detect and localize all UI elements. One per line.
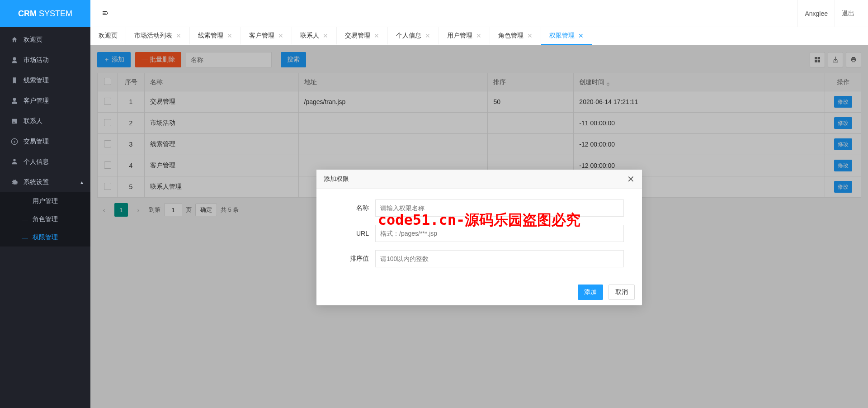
sidebar-sub-label: 用户管理 xyxy=(33,197,58,205)
close-icon[interactable]: ✕ xyxy=(278,32,283,39)
sidebar-item-label: 欢迎页 xyxy=(24,36,42,44)
tab-label: 角色管理 xyxy=(498,32,524,40)
clue-icon xyxy=(9,77,20,84)
home-icon xyxy=(9,36,20,43)
sidebar-item-user[interactable]: 客户管理 xyxy=(0,90,90,111)
field-url-input[interactable] xyxy=(375,225,624,242)
sidebar-sub-item[interactable]: —权限管理 xyxy=(0,228,90,247)
sidebar-sub-label: 权限管理 xyxy=(33,233,58,242)
tab[interactable]: 角色管理✕ xyxy=(490,27,541,45)
sidebar-item-deal[interactable]: ¥交易管理 xyxy=(0,131,90,152)
sidebar: CRM SYSTEM 欢迎页市场活动线索管理客户管理联系人¥交易管理个人信息系统… xyxy=(0,0,90,408)
tab[interactable]: 客户管理✕ xyxy=(241,27,292,45)
tab[interactable]: 交易管理✕ xyxy=(337,27,388,45)
sidebar-item-label: 联系人 xyxy=(24,117,42,125)
header-logout[interactable]: 退出 xyxy=(835,0,861,27)
sidebar-item-activity[interactable]: 市场活动 xyxy=(0,50,90,70)
sidebar-item-label: 市场活动 xyxy=(24,56,49,64)
tab-label: 客户管理 xyxy=(249,32,274,40)
sidebar-item-label: 交易管理 xyxy=(24,138,49,146)
dash-icon: — xyxy=(22,198,28,205)
sidebar-item-contact[interactable]: 联系人 xyxy=(0,111,90,131)
activity-icon xyxy=(9,57,20,64)
chevron-up-icon: ▴ xyxy=(80,179,83,185)
close-icon[interactable]: ✕ xyxy=(425,32,430,39)
tab[interactable]: 个人信息✕ xyxy=(388,27,439,45)
user-icon xyxy=(9,97,20,104)
tab-label: 联系人 xyxy=(300,32,319,40)
tab-label: 欢迎页 xyxy=(99,32,118,40)
close-icon[interactable]: ✕ xyxy=(627,174,635,185)
gear-icon xyxy=(9,179,20,186)
nav-menu: 欢迎页市场活动线索管理客户管理联系人¥交易管理个人信息系统设置▴—用户管理—角色… xyxy=(0,27,90,247)
sidebar-item-clue[interactable]: 线索管理 xyxy=(0,70,90,90)
sidebar-item-gear[interactable]: 系统设置▴ xyxy=(0,172,90,192)
close-icon[interactable]: ✕ xyxy=(527,32,533,39)
close-icon[interactable]: ✕ xyxy=(323,32,328,39)
tab-label: 线索管理 xyxy=(198,32,223,40)
tab-label: 个人信息 xyxy=(396,32,421,40)
sidebar-sub-item[interactable]: —用户管理 xyxy=(0,192,90,210)
dash-icon: — xyxy=(22,216,28,223)
tab[interactable]: 权限管理✕ xyxy=(541,27,592,45)
close-icon[interactable]: ✕ xyxy=(176,32,181,39)
tab-label: 市场活动列表 xyxy=(134,32,172,40)
tab-label: 用户管理 xyxy=(447,32,472,40)
sidebar-toggle-icon[interactable] xyxy=(97,8,113,19)
close-icon[interactable]: ✕ xyxy=(578,32,584,39)
sidebar-item-label: 客户管理 xyxy=(24,97,49,105)
field-name-input[interactable] xyxy=(375,199,624,217)
tab-bar: 欢迎页市场活动列表✕线索管理✕客户管理✕联系人✕交易管理✕个人信息✕用户管理✕角… xyxy=(90,27,868,45)
profile-icon xyxy=(9,158,20,166)
field-name-label: 名称 xyxy=(335,204,375,212)
tab[interactable]: 市场活动列表✕ xyxy=(126,27,190,45)
tab-label: 权限管理 xyxy=(549,32,575,40)
header-username[interactable]: Anxglee xyxy=(797,0,835,27)
close-icon[interactable]: ✕ xyxy=(227,32,232,39)
add-permission-modal: 添加权限 ✕ 名称 URL 排序值 xyxy=(316,170,642,305)
modal-submit-button[interactable]: 添加 xyxy=(578,285,603,300)
sidebar-item-label: 个人信息 xyxy=(24,158,49,166)
field-sort-label: 排序值 xyxy=(335,255,375,263)
contact-icon xyxy=(9,118,20,125)
sidebar-item-home[interactable]: 欢迎页 xyxy=(0,29,90,50)
tab[interactable]: 联系人✕ xyxy=(292,27,337,45)
sidebar-item-label: 系统设置 xyxy=(24,178,49,186)
field-sort-input[interactable] xyxy=(375,250,624,267)
dash-icon: — xyxy=(22,234,28,241)
sidebar-sub-item[interactable]: —角色管理 xyxy=(0,210,90,228)
field-url-label: URL xyxy=(335,230,375,237)
sidebar-item-profile[interactable]: 个人信息 xyxy=(0,152,90,172)
content-area: ＋ 添加 — 批量删除 搜索 序号 名称 地址 排序 xyxy=(90,45,868,408)
tab[interactable]: 欢迎页 xyxy=(90,27,126,45)
close-icon[interactable]: ✕ xyxy=(476,32,481,39)
sidebar-item-label: 线索管理 xyxy=(24,76,49,85)
modal-cancel-button[interactable]: 取消 xyxy=(609,285,635,300)
close-icon[interactable]: ✕ xyxy=(374,32,379,39)
tab-label: 交易管理 xyxy=(345,32,370,40)
tab[interactable]: 线索管理✕ xyxy=(190,27,241,45)
svg-text:¥: ¥ xyxy=(13,140,16,144)
header: Anxglee 退出 xyxy=(90,0,868,27)
sidebar-sub-label: 角色管理 xyxy=(33,215,58,223)
logo: CRM SYSTEM xyxy=(0,0,90,27)
modal-title: 添加权限 xyxy=(324,175,349,183)
tab[interactable]: 用户管理✕ xyxy=(439,27,490,45)
deal-icon: ¥ xyxy=(9,138,20,145)
